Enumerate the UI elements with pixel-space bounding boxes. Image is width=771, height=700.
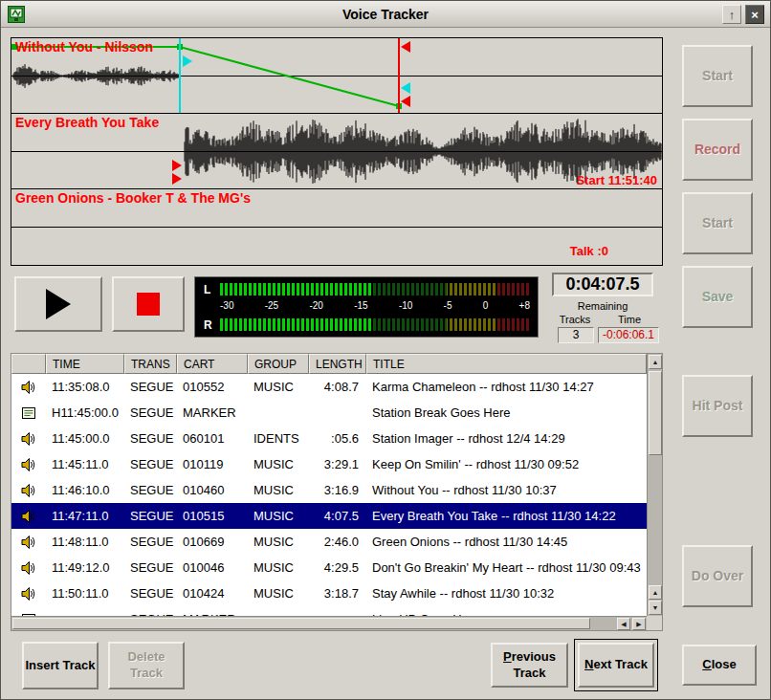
header-icon-column — [11, 354, 46, 374]
table-row[interactable]: 11:47:11.0 SEGUE 010515 MUSIC 4:07.5 Eve… — [11, 503, 647, 529]
vertical-scroll-thumb[interactable] — [649, 371, 662, 455]
row-trans: SEGUE — [124, 535, 177, 549]
right-arrow-icon: ▶ — [636, 621, 641, 628]
scale-tick: -5 — [444, 300, 452, 311]
scale-tick: +8 — [519, 300, 530, 311]
record-button[interactable]: Record — [682, 119, 753, 181]
window-title: Voice Tracker — [1, 7, 770, 22]
elapsed-time-display: 0:04:07.5 — [552, 273, 653, 296]
left-arrow-icon: ◀ — [621, 621, 626, 628]
row-cart: 010515 — [177, 509, 248, 523]
row-group: MUSIC — [248, 483, 309, 497]
row-cart: 010424 — [177, 586, 248, 601]
remaining-time-value: -0:06:06.1 — [598, 327, 659, 343]
row-type-icon — [11, 535, 46, 550]
row-type-icon — [11, 405, 46, 421]
row-title: Every Breath You Take -- rdhost 11/30 14… — [366, 509, 647, 523]
scroll-left-button[interactable]: ◀ — [617, 618, 630, 630]
table-vertical-scrollbar[interactable]: ▲ ▲ ▼ — [647, 354, 662, 616]
row-type-icon — [11, 509, 46, 524]
stop-button[interactable] — [112, 276, 185, 332]
row-group: MUSIC — [248, 380, 309, 394]
track1-title: Without You - Nilsson — [15, 39, 153, 55]
table-row[interactable]: SEGUE MARKER Line UP Goes Here — [11, 606, 647, 616]
header-group: GROUP — [248, 354, 309, 374]
table-row[interactable]: 11:45:11.0 SEGUE 010119 MUSIC 3:29.1 Kee… — [11, 451, 647, 477]
do-over-button[interactable]: Do Over — [682, 545, 753, 607]
row-group: MUSIC — [248, 560, 309, 575]
titlebar[interactable]: Voice Tracker ↑ × — [1, 1, 770, 28]
track-panel-1[interactable]: Without You - Nilsson — [11, 38, 662, 114]
track-panel-2[interactable]: Every Breath You Take Start 11:51:40 — [11, 114, 662, 189]
row-length: 4:08.7 — [309, 380, 366, 394]
table-row[interactable]: 11:49:12.0 SEGUE 010046 MUSIC 4:29.5 Don… — [11, 555, 647, 580]
header-trans: TRANS — [124, 354, 177, 374]
row-cart: 010046 — [177, 560, 248, 575]
scale-tick: -15 — [354, 300, 367, 311]
shade-window-icon[interactable]: ↑ — [722, 5, 741, 24]
row-trans: SEGUE — [124, 431, 177, 446]
start-next-button[interactable]: Start — [682, 192, 753, 254]
play-icon — [46, 289, 71, 319]
row-length: 3:18.7 — [309, 586, 366, 601]
scale-tick: -25 — [265, 300, 278, 311]
row-title: Station Imager -- rdhost 12/4 14:29 — [366, 431, 647, 446]
row-trans: SEGUE — [124, 586, 177, 601]
insert-track-button[interactable]: Insert Track — [22, 642, 99, 689]
row-length: 3:29.1 — [309, 457, 366, 471]
scroll-up-button[interactable]: ▲ — [649, 355, 662, 369]
track-panel-3[interactable]: Green Onions - Booker T & The MG's Talk … — [11, 189, 662, 265]
meter-left-bar — [220, 283, 530, 295]
row-cart: MARKER — [177, 405, 248, 420]
row-group: MUSIC — [248, 586, 309, 601]
row-length: 4:07.5 — [309, 509, 366, 523]
row-time: 11:49:12.0 — [46, 560, 124, 575]
row-length: 2:46.0 — [309, 535, 366, 549]
table-row[interactable]: 11:46:10.0 SEGUE 010460 MUSIC 3:16.9 Wit… — [11, 477, 647, 503]
table-row[interactable]: H11:45:00.0 SEGUE MARKER Station Break G… — [11, 400, 647, 426]
row-cart: 010552 — [177, 380, 248, 394]
row-time: 11:35:08.0 — [46, 380, 124, 394]
scroll-up-button-lower[interactable]: ▲ — [649, 585, 662, 600]
down-arrow-icon: ▼ — [652, 604, 659, 611]
row-title: Karma Chameleon -- rdhost 11/30 14:27 — [366, 380, 647, 394]
row-type-icon — [11, 431, 46, 447]
scrollbar-corner — [647, 616, 662, 630]
save-button[interactable]: Save — [682, 266, 753, 328]
meter-scale: -30 -25 -20 -15 -10 -5 0 +8 — [220, 300, 530, 311]
row-type-icon — [11, 380, 46, 395]
close-glyph: × — [751, 8, 759, 22]
delete-track-button[interactable]: Delete Track — [108, 642, 185, 689]
table-row[interactable]: 11:50:11.0 SEGUE 010424 MUSIC 3:18.7 Sta… — [11, 580, 647, 606]
table-horizontal-scrollbar[interactable]: ◀ ▶ — [11, 616, 647, 630]
row-group: MUSIC — [248, 535, 309, 549]
table-row[interactable]: 11:45:00.0 SEGUE 060101 IDENTS :05.6 Sta… — [11, 426, 647, 451]
table-row[interactable]: 11:48:11.0 SEGUE 010669 MUSIC 2:46.0 Gre… — [11, 529, 647, 555]
row-type-icon — [11, 560, 46, 576]
row-group: MUSIC — [248, 457, 309, 471]
play-button[interactable] — [14, 276, 102, 332]
track2-title: Every Breath You Take — [15, 115, 159, 130]
row-group: MUSIC — [248, 509, 309, 523]
next-track-button[interactable]: Next Track — [578, 643, 654, 688]
start-segue-button[interactable]: Start — [682, 45, 753, 107]
table-row[interactable]: 11:35:08.0 SEGUE 010552 MUSIC 4:08.7 Kar… — [11, 374, 647, 400]
log-body: 11:35:08.0 SEGUE 010552 MUSIC 4:08.7 Kar… — [11, 374, 647, 616]
close-button[interactable]: Close — [682, 645, 757, 686]
row-title: Don't Go Breakin' My Heart -- rdhost 11/… — [366, 560, 647, 575]
row-group: IDENTS — [248, 431, 309, 446]
scroll-right-button[interactable]: ▶ — [632, 618, 646, 630]
remaining-tracks-value: 3 — [558, 327, 594, 343]
row-trans: SEGUE — [124, 380, 177, 394]
previous-track-button[interactable]: Previous Track — [491, 643, 568, 688]
row-time: 11:45:00.0 — [46, 431, 124, 446]
hit-post-button[interactable]: Hit Post — [682, 375, 753, 437]
close-window-icon[interactable]: × — [745, 5, 764, 24]
row-length: 3:16.9 — [309, 483, 366, 497]
header-time: TIME — [46, 354, 124, 374]
horizontal-scroll-thumb[interactable] — [12, 618, 590, 629]
row-trans: SEGUE — [124, 457, 177, 471]
scroll-down-button[interactable]: ▼ — [649, 601, 662, 615]
header-cart: CART — [177, 354, 248, 374]
meter-left-label: L — [204, 283, 210, 296]
